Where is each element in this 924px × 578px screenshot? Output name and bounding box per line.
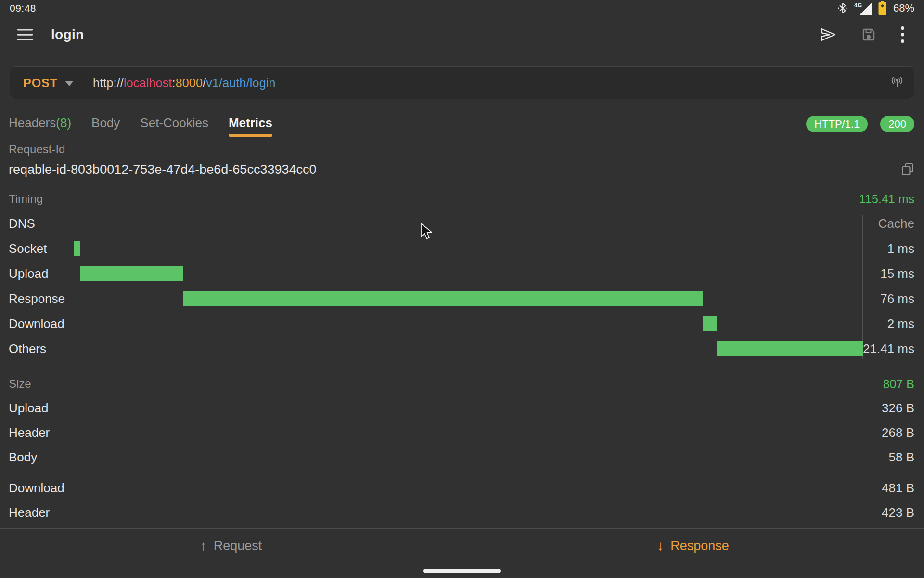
timing-bar [183,291,703,306]
timing-row-label: Upload [9,266,74,281]
timing-bar [717,341,863,356]
tab-count: (8) [56,116,71,130]
tab-label: Set-Cookies [140,116,208,130]
save-button[interactable] [861,27,876,42]
reqable-app-screen: 09:48 4G 68% [0,0,924,578]
timing-waterfall-chart: DNSCacheSocket1 msUpload15 msResponse76 … [9,211,914,361]
tab-label: Headers [9,116,56,130]
request-tab-button[interactable]: ↑ Request [197,538,265,554]
tab-bar: Headers(8)BodySet-CookiesMetrics [9,116,272,137]
tab-set-cookies[interactable]: Set-Cookies [140,116,208,137]
tab-metrics[interactable]: Metrics [229,116,272,137]
timing-track [74,286,863,311]
timing-row: Socket1 ms [9,236,914,261]
status-code-badge: 200 [880,116,914,132]
url-segment: : [172,76,176,90]
timing-track [74,236,863,261]
status-icons: 4G 68% [837,1,914,15]
timing-label: Timing [9,192,43,206]
save-icon [861,27,876,42]
size-row: Upload326 B [9,396,914,420]
timing-row: Upload15 ms [9,261,914,286]
method-label: POST [23,76,58,90]
timing-row-value: 1 ms [863,241,914,256]
clock: 09:48 [10,2,36,14]
request-id-section: Request-Id reqable-id-803b0012-753e-47d4… [9,143,914,177]
url-segment: 8000 [176,76,203,90]
size-row: Download481 B [9,476,914,500]
more-options-button[interactable] [900,26,905,43]
timing-header: Timing 115.41 ms [9,192,914,206]
tab-label: Metrics [229,116,272,130]
menu-button[interactable] [17,29,33,40]
protocol-badge: HTTP/1.1 [806,116,868,132]
timing-bar [703,316,716,331]
timing-row: Download2 ms [9,311,914,336]
timing-track [74,311,863,336]
timing-bar [74,241,80,256]
timing-row-label: Response [9,291,74,306]
send-button[interactable] [820,26,837,43]
size-row: Header268 B [9,420,914,445]
timing-row-label: Socket [9,241,74,256]
request-tab-label: Request [214,538,262,553]
timing-row: Response76 ms [9,286,914,311]
url-segment: v1/auth/login [206,76,275,90]
size-list: Upload326 BHeader268 BBody58 BDownload48… [9,396,914,525]
status-bar: 09:48 4G 68% [0,0,924,16]
timing-row-value: 2 ms [863,316,914,331]
battery-percent-label: 68% [893,2,914,14]
size-row-label: Download [9,481,64,496]
hamburger-icon [17,29,33,40]
app-bar-actions [820,26,905,43]
url-divider [82,67,82,99]
size-row-label: Upload [9,401,48,416]
size-row-value: 423 B [882,505,914,520]
timing-track [74,336,863,361]
response-badges: HTTP/1.1 200 [806,116,914,132]
home-indicator-handle[interactable] [423,569,501,573]
bottom-bar: ↑ Request ↓ Response [0,528,924,578]
tab-headers[interactable]: Headers(8) [9,116,71,137]
size-row-label: Body [9,450,37,465]
response-tab-button[interactable]: ↓ Response [654,538,732,554]
timing-row-value: 15 ms [863,266,914,281]
size-row-value: 481 B [882,481,914,496]
timing-row: DNSCache [9,211,914,236]
arrow-down-icon: ↓ [657,538,664,553]
more-vert-icon [900,26,905,43]
timing-row-label: Others [9,342,74,356]
arrow-up-icon: ↑ [200,538,207,553]
size-group-divider [9,473,914,473]
url-segment: localhost [124,76,172,90]
timing-total: 115.41 ms [859,192,914,206]
url-input[interactable]: http://localhost:8000/v1/auth/login [93,76,276,90]
bottom-bar-left: ↑ Request [0,529,462,578]
size-total: 807 B [883,377,914,391]
timing-track [74,261,863,286]
copy-button[interactable] [901,163,914,176]
tab-row: Headers(8)BodySet-CookiesMetrics HTTP/1.… [9,116,914,137]
size-row: Body58 B [9,445,914,470]
tab-body[interactable]: Body [91,116,120,137]
bottom-bar-right: ↓ Response [462,529,924,578]
url-bar: POST http://localhost:8000/v1/auth/login [10,66,914,99]
send-icon [820,26,837,43]
app-bar: login [0,17,924,52]
battery-saver-icon [878,1,887,15]
size-row-value: 326 B [882,401,914,416]
size-row: Header423 B [9,500,914,525]
size-row-value: 268 B [882,425,914,440]
antenna-icon [889,74,905,90]
timing-row: Others21.41 ms [9,336,914,361]
size-label: Size [9,377,31,391]
timing-row-label: DNS [9,216,74,231]
network-type-label: 4G [854,2,862,9]
method-selector[interactable]: POST [10,76,82,90]
page-title: login [51,27,84,42]
timing-row-label: Download [9,316,74,331]
capture-toggle-button[interactable] [889,74,905,92]
chevron-down-icon [65,81,73,86]
size-row-label: Header [9,505,50,520]
timing-bar [80,266,183,281]
